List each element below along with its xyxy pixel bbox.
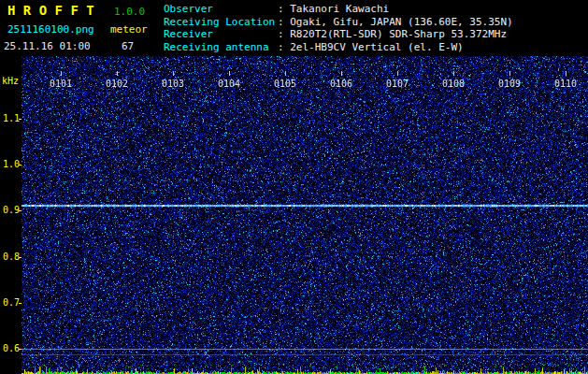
timestamp: 25.11.16 01:00 [4, 40, 91, 52]
y-axis-unit-label: kHz [2, 76, 19, 86]
x-tick-mark [341, 71, 342, 76]
x-tick-mark [397, 71, 398, 76]
info-label: Receiving antenna [164, 41, 278, 54]
x-tick-mark [61, 71, 62, 76]
y-tick-label: 0.8 [2, 252, 20, 262]
x-tick-mark [509, 71, 510, 76]
x-tick-label: 0108 [440, 79, 466, 89]
info-label: Observer [164, 3, 278, 16]
x-tick-label: 0101 [48, 79, 74, 89]
x-tick-mark [566, 71, 566, 76]
count-value: 67 [122, 40, 134, 52]
info-row-observer: Observer: Takanori Kawachi [164, 3, 513, 16]
x-tick-mark [117, 71, 118, 76]
info-value: : 2el-HB9CV Vertical (el. E-W) [278, 41, 464, 53]
x-tick-label: 0107 [384, 79, 410, 89]
x-tick-label: 0106 [328, 79, 354, 89]
info-row-antenna: Receiving antenna: 2el-HB9CV Vertical (e… [164, 41, 513, 54]
y-tick-mark [19, 119, 22, 120]
app-version: 1.0.0 [114, 6, 145, 18]
x-tick-mark [229, 71, 230, 76]
mode-label: meteor [110, 23, 148, 36]
y-tick-label: 1.1 [2, 113, 20, 123]
x-tick-label: 0104 [216, 79, 242, 89]
hrofft-window: H R O F F T 1.0.0 2511160100.png meteor … [0, 0, 588, 374]
y-tick-label: 0.9 [2, 205, 20, 215]
info-value: : R820T2(RTL-SDR) SDR-Sharp 53.372MHz [278, 28, 507, 40]
x-tick-label: 0102 [104, 79, 130, 89]
y-tick-mark [19, 165, 22, 165]
info-row-location: Receiving Location: Ogaki, Gifu, JAPAN (… [164, 16, 513, 29]
info-row-receiver: Receiver: R820T2(RTL-SDR) SDR-Sharp 53.3… [164, 28, 513, 41]
info-value: : Ogaki, Gifu, JAPAN (136.60E, 35.35N) [278, 16, 513, 28]
info-value: : Takanori Kawachi [278, 3, 389, 15]
y-tick-mark [19, 303, 22, 304]
x-tick-label: 0109 [496, 79, 523, 89]
spectrogram-canvas [22, 56, 588, 374]
info-label: Receiving Location [164, 16, 278, 29]
output-filename: 2511160100.png [7, 23, 94, 36]
y-tick-mark [19, 210, 22, 211]
y-tick-label: 1.0 [2, 159, 20, 169]
x-tick-label: 0105 [272, 79, 298, 89]
info-label: Receiver [164, 28, 278, 41]
x-tick-mark [453, 71, 454, 76]
y-tick-label: 0.7 [2, 297, 20, 308]
y-tick-mark [19, 257, 22, 258]
x-tick-mark [173, 71, 174, 76]
x-tick-label: 0103 [160, 79, 186, 89]
app-title: H R O F F T [7, 3, 94, 18]
station-info: Observer: Takanori Kawachi Receiving Loc… [164, 3, 513, 54]
x-tick-label: 0110 [552, 79, 579, 89]
y-tick-label: 0.6 [2, 343, 20, 353]
x-tick-mark [285, 71, 286, 76]
y-tick-mark [19, 349, 22, 350]
